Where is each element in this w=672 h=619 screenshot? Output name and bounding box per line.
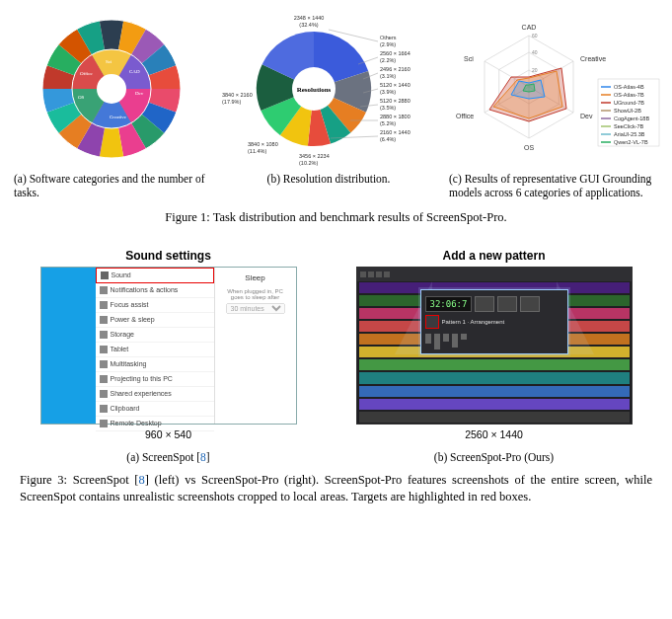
target-add-pattern: [425, 315, 439, 329]
radar-chart: CAD Creative Dev OS Office Sci 20 40 60: [445, 10, 662, 168]
transport-timer: 32:06:7: [425, 296, 473, 312]
svg-text:5120 × 2880: 5120 × 2880: [380, 98, 411, 104]
bell-icon: [100, 286, 108, 294]
svg-text:3840 × 2160: 3840 × 2160: [222, 92, 253, 98]
clip-bars: [425, 334, 563, 349]
moon-icon: [100, 301, 108, 309]
project-icon: [100, 375, 108, 383]
menu-label: Shared experiences: [111, 390, 172, 397]
menu-item: Storage: [96, 328, 214, 343]
svg-text:Qwen2-VL-7B: Qwen2-VL-7B: [614, 139, 648, 145]
svg-text:5120 × 1440: 5120 × 1440: [380, 82, 411, 88]
figure-1a-panel: Dev Creative OS Office Sci CAD (a) Softw…: [10, 10, 212, 200]
share-icon: [100, 390, 108, 398]
svg-text:SeeClick-7B: SeeClick-7B: [614, 123, 644, 129]
figure-1a-caption: (a) Software categories and the number o…: [10, 172, 212, 200]
drive-icon: [100, 331, 108, 339]
figure-3b-panel: Add a new pattern: [356, 249, 633, 464]
svg-text:Others: Others: [380, 35, 397, 40]
svg-text:40: 40: [532, 49, 538, 55]
pattern-label: Pattern 1 · Arrangement: [442, 319, 505, 325]
svg-text:Creative: Creative: [110, 115, 127, 119]
menu-label: Notifications & actions: [111, 286, 179, 293]
settings-content: Sleep When plugged in, PC goes to sleep …: [215, 268, 296, 424]
content-subtitle: When plugged in, PC goes to sleep after: [221, 288, 290, 300]
svg-text:20: 20: [532, 67, 538, 73]
chip-icon: [384, 271, 390, 277]
screenshot-windows-sound: Sound Notifications & actions Focus assi…: [40, 267, 297, 425]
svg-text:CogAgent-18B: CogAgent-18B: [614, 116, 649, 121]
svg-text:Dev: Dev: [580, 113, 593, 119]
figure-3-row: Sound settings Sound Notifications & act…: [10, 249, 662, 464]
figure-1b-panel: Resolutions 2348 × 1440 (32.4%) Others(2…: [220, 10, 437, 186]
multitask-icon: [100, 360, 108, 368]
svg-text:(10.2%): (10.2%): [299, 160, 318, 166]
svg-text:OS: OS: [524, 144, 534, 151]
svg-text:Sci: Sci: [106, 59, 112, 64]
svg-text:2496 × 2160: 2496 × 2160: [380, 66, 411, 72]
tablet-icon: [100, 346, 108, 353]
svg-text:2348 × 1440: 2348 × 1440: [294, 15, 325, 21]
menu-label: Multitasking: [111, 360, 147, 367]
svg-text:Office: Office: [80, 71, 93, 76]
svg-text:3840 × 1080: 3840 × 1080: [248, 141, 278, 147]
svg-text:(3.5%): (3.5%): [380, 105, 396, 111]
menu-label: Tablet: [111, 346, 129, 352]
menu-item: Shared experiences: [96, 387, 214, 402]
toolbar-chip: [475, 296, 494, 312]
sunburst-chart: Dev Creative OS Office Sci CAD: [13, 10, 210, 168]
svg-point-0: [97, 74, 126, 104]
svg-text:Resolutions: Resolutions: [297, 86, 332, 94]
menu-item: Tablet: [96, 343, 214, 357]
svg-text:(5.2%): (5.2%): [380, 120, 396, 126]
menu-label: Focus assist: [111, 301, 149, 308]
toolbar-chip: [497, 296, 517, 312]
menu-item: Projecting to this PC: [96, 372, 214, 387]
chip-icon: [360, 271, 366, 277]
speaker-icon: [101, 271, 109, 279]
figure-3a-heading: Sound settings: [40, 249, 297, 263]
svg-text:(2.9%): (2.9%): [380, 41, 396, 47]
svg-text:OS: OS: [78, 95, 85, 100]
chip-icon: [368, 271, 374, 277]
daw-topbar: [357, 268, 632, 281]
svg-text:OS-Atlas-7B: OS-Atlas-7B: [614, 92, 644, 98]
svg-text:OS-Atlas-4B: OS-Atlas-4B: [614, 84, 644, 90]
menu-label: Storage: [111, 331, 135, 338]
remote-icon: [100, 420, 108, 427]
menu-label: Power & sleep: [111, 316, 155, 323]
svg-text:2560 × 1664: 2560 × 1664: [380, 50, 411, 56]
svg-text:Office: Office: [456, 113, 474, 119]
toolbar-chip: [520, 296, 540, 312]
figure-1-row: Dev Creative OS Office Sci CAD (a) Softw…: [10, 10, 662, 200]
svg-text:Sci: Sci: [464, 55, 474, 62]
svg-text:CAD: CAD: [129, 69, 140, 74]
svg-text:UGround-7B: UGround-7B: [614, 100, 644, 106]
svg-text:3456 × 2234: 3456 × 2234: [299, 153, 330, 159]
sleep-dropdown: 30 minutes: [226, 303, 285, 314]
svg-text:AriaUI-25.3B: AriaUI-25.3B: [614, 131, 645, 137]
svg-text:Dev: Dev: [135, 91, 144, 96]
menu-label: Projecting to this PC: [111, 375, 173, 382]
figure-3b-caption: (b) ScreenSpot-Pro (Ours): [356, 450, 633, 464]
menu-label: Remote Desktop: [111, 420, 162, 426]
svg-text:(32.4%): (32.4%): [299, 22, 318, 28]
menu-label: Clipboard: [111, 405, 140, 412]
figure-1c-caption: (c) Results of representative GUI Ground…: [445, 172, 662, 200]
svg-text:(3.9%): (3.9%): [380, 89, 396, 95]
menu-item: Multitasking: [96, 357, 214, 372]
svg-text:(17.9%): (17.9%): [222, 99, 241, 105]
figure-3a-dimensions: 960 × 540: [40, 428, 297, 440]
svg-text:CAD: CAD: [522, 24, 537, 31]
figure-3a-caption: (a) ScreenSpot [8]: [40, 450, 297, 464]
figure-3b-heading: Add a new pattern: [356, 249, 633, 263]
figure-3b-dimensions: 2560 × 1440: [356, 428, 633, 440]
figure-3a-panel: Sound settings Sound Notifications & act…: [40, 249, 297, 464]
windows-blue-sidebar: [41, 268, 96, 424]
svg-text:60: 60: [532, 33, 538, 39]
clipboard-icon: [100, 405, 108, 413]
svg-text:(6.4%): (6.4%): [380, 136, 396, 142]
svg-text:2880 × 1800: 2880 × 1800: [380, 114, 411, 119]
settings-menu: Sound Notifications & actions Focus assi…: [96, 268, 215, 424]
figure-1c-panel: CAD Creative Dev OS Office Sci 20 40 60: [445, 10, 662, 200]
